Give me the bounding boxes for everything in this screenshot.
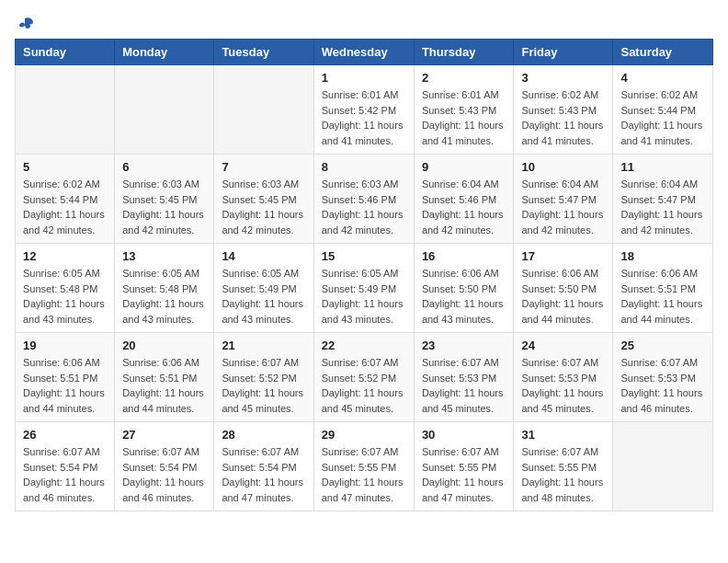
day-info-line: Sunset: 5:51 PM [23, 371, 107, 386]
day-info-line: Sunrise: 6:01 AM [422, 87, 506, 103]
day-number: 22 [322, 339, 406, 352]
calendar-cell: 16Sunrise: 6:06 AMSunset: 5:50 PMDayligh… [414, 244, 514, 333]
day-info-line: Sunset: 5:52 PM [322, 371, 406, 386]
day-info-line: Daylight: 11 hours and 42 minutes. [23, 207, 107, 237]
day-info: Sunrise: 6:05 AMSunset: 5:48 PMDaylight:… [122, 266, 206, 327]
calendar-cell: 18Sunrise: 6:06 AMSunset: 5:51 PMDayligh… [613, 244, 713, 333]
day-number: 7 [222, 160, 305, 174]
calendar-cell: 24Sunrise: 6:07 AMSunset: 5:53 PMDayligh… [514, 333, 613, 422]
day-info-line: Sunrise: 6:03 AM [322, 177, 406, 192]
calendar-cell: 4Sunrise: 6:02 AMSunset: 5:44 PMDaylight… [613, 65, 713, 155]
day-info-line: Sunrise: 6:07 AM [422, 355, 506, 371]
day-info: Sunrise: 6:05 AMSunset: 5:49 PMDaylight:… [222, 266, 305, 327]
day-number: 9 [422, 160, 506, 174]
day-info: Sunrise: 6:03 AMSunset: 5:45 PMDaylight:… [122, 177, 206, 237]
day-number: 5 [23, 160, 107, 174]
day-info: Sunrise: 6:07 AMSunset: 5:54 PMDaylight:… [23, 444, 107, 505]
day-info-line: Daylight: 11 hours and 41 minutes. [620, 118, 705, 148]
day-info: Sunrise: 6:07 AMSunset: 5:53 PMDaylight:… [422, 355, 506, 416]
day-info: Sunrise: 6:06 AMSunset: 5:50 PMDaylight:… [521, 266, 605, 327]
calendar-cell: 25Sunrise: 6:07 AMSunset: 5:53 PMDayligh… [613, 333, 713, 422]
day-number: 10 [521, 160, 605, 174]
calendar-day-header: Wednesday [313, 40, 414, 65]
day-number: 11 [620, 160, 705, 174]
day-info-line: Sunrise: 6:04 AM [422, 177, 506, 192]
day-info-line: Sunrise: 6:07 AM [23, 444, 107, 460]
calendar-cell: 21Sunrise: 6:07 AMSunset: 5:52 PMDayligh… [214, 333, 313, 422]
day-info-line: Sunset: 5:45 PM [122, 192, 206, 208]
calendar-cell: 7Sunrise: 6:03 AMSunset: 5:45 PMDaylight… [214, 155, 313, 244]
day-info-line: Sunset: 5:55 PM [422, 460, 506, 476]
day-info-line: Daylight: 11 hours and 46 minutes. [620, 385, 705, 416]
day-info-line: Sunrise: 6:07 AM [521, 444, 605, 460]
day-number: 17 [521, 249, 605, 263]
day-info-line: Sunrise: 6:06 AM [422, 266, 506, 282]
calendar-cell: 1Sunrise: 6:01 AMSunset: 5:42 PMDaylight… [313, 65, 414, 155]
day-number: 19 [23, 339, 107, 352]
day-info-line: Sunset: 5:49 PM [322, 282, 406, 297]
day-info-line: Sunset: 5:49 PM [222, 282, 305, 297]
day-info-line: Daylight: 11 hours and 45 minutes. [222, 385, 305, 416]
day-info-line: Sunset: 5:53 PM [521, 371, 605, 386]
day-info-line: Sunset: 5:47 PM [620, 192, 705, 208]
calendar-cell: 31Sunrise: 6:07 AMSunset: 5:55 PMDayligh… [514, 422, 613, 511]
calendar-week-row: 1Sunrise: 6:01 AMSunset: 5:42 PMDaylight… [16, 65, 713, 155]
day-info-line: Daylight: 11 hours and 48 minutes. [521, 475, 605, 505]
calendar-day-header: Tuesday [214, 40, 313, 65]
day-info: Sunrise: 6:07 AMSunset: 5:54 PMDaylight:… [222, 444, 305, 505]
calendar-cell [613, 422, 713, 511]
day-info-line: Daylight: 11 hours and 45 minutes. [422, 385, 506, 416]
calendar-cell: 14Sunrise: 6:05 AMSunset: 5:49 PMDayligh… [214, 244, 313, 333]
calendar-cell: 13Sunrise: 6:05 AMSunset: 5:48 PMDayligh… [115, 244, 214, 333]
calendar-week-row: 26Sunrise: 6:07 AMSunset: 5:54 PMDayligh… [16, 422, 713, 511]
day-info: Sunrise: 6:07 AMSunset: 5:55 PMDaylight:… [422, 444, 506, 505]
day-info-line: Sunset: 5:50 PM [521, 282, 605, 297]
day-info-line: Daylight: 11 hours and 43 minutes. [122, 296, 206, 327]
day-info: Sunrise: 6:02 AMSunset: 5:44 PMDaylight:… [620, 87, 705, 148]
day-info: Sunrise: 6:05 AMSunset: 5:48 PMDaylight:… [23, 266, 107, 327]
day-info-line: Sunrise: 6:07 AM [322, 444, 406, 460]
day-info: Sunrise: 6:04 AMSunset: 5:47 PMDaylight:… [620, 177, 705, 237]
calendar-day-header: Sunday [16, 40, 115, 65]
day-info-line: Sunset: 5:52 PM [222, 371, 305, 386]
calendar-cell [16, 65, 115, 155]
day-info-line: Sunrise: 6:06 AM [122, 355, 206, 371]
day-info: Sunrise: 6:04 AMSunset: 5:47 PMDaylight:… [521, 177, 605, 237]
day-number: 2 [422, 71, 506, 85]
day-info-line: Daylight: 11 hours and 44 minutes. [122, 385, 206, 416]
day-info-line: Sunrise: 6:04 AM [620, 177, 705, 192]
day-info-line: Sunrise: 6:02 AM [620, 87, 705, 103]
day-info: Sunrise: 6:07 AMSunset: 5:53 PMDaylight:… [521, 355, 605, 416]
day-info-line: Daylight: 11 hours and 42 minutes. [322, 207, 406, 237]
calendar-header-row: SundayMondayTuesdayWednesdayThursdayFrid… [16, 40, 713, 65]
day-info-line: Daylight: 11 hours and 42 minutes. [620, 207, 705, 237]
day-info-line: Sunset: 5:48 PM [122, 282, 206, 297]
day-info: Sunrise: 6:05 AMSunset: 5:49 PMDaylight:… [322, 266, 406, 327]
day-info-line: Daylight: 11 hours and 42 minutes. [422, 207, 506, 237]
day-info-line: Sunrise: 6:02 AM [521, 87, 605, 103]
calendar-cell: 20Sunrise: 6:06 AMSunset: 5:51 PMDayligh… [115, 333, 214, 422]
day-info-line: Daylight: 11 hours and 42 minutes. [222, 207, 305, 237]
day-info-line: Daylight: 11 hours and 41 minutes. [521, 118, 605, 148]
calendar-table: SundayMondayTuesdayWednesdayThursdayFrid… [15, 39, 713, 511]
day-info-line: Sunset: 5:44 PM [23, 192, 107, 208]
calendar-cell: 19Sunrise: 6:06 AMSunset: 5:51 PMDayligh… [16, 333, 115, 422]
day-info-line: Daylight: 11 hours and 41 minutes. [322, 118, 406, 148]
day-info-line: Sunrise: 6:06 AM [620, 266, 705, 282]
calendar-cell: 5Sunrise: 6:02 AMSunset: 5:44 PMDaylight… [16, 155, 115, 244]
day-info-line: Daylight: 11 hours and 47 minutes. [322, 475, 406, 505]
day-number: 24 [521, 339, 605, 352]
day-info: Sunrise: 6:03 AMSunset: 5:46 PMDaylight:… [322, 177, 406, 237]
day-info: Sunrise: 6:01 AMSunset: 5:43 PMDaylight:… [422, 87, 506, 148]
day-info-line: Sunset: 5:54 PM [222, 460, 305, 476]
calendar-cell: 27Sunrise: 6:07 AMSunset: 5:54 PMDayligh… [115, 422, 214, 511]
calendar-cell: 26Sunrise: 6:07 AMSunset: 5:54 PMDayligh… [16, 422, 115, 511]
day-info-line: Sunset: 5:55 PM [521, 460, 605, 476]
day-info-line: Daylight: 11 hours and 43 minutes. [222, 296, 305, 327]
calendar-cell: 2Sunrise: 6:01 AMSunset: 5:43 PMDaylight… [414, 65, 514, 155]
day-info-line: Sunset: 5:50 PM [422, 282, 506, 297]
day-info: Sunrise: 6:03 AMSunset: 5:45 PMDaylight:… [222, 177, 305, 237]
day-info: Sunrise: 6:06 AMSunset: 5:51 PMDaylight:… [620, 266, 705, 327]
day-info-line: Sunset: 5:45 PM [222, 192, 305, 208]
day-info-line: Sunrise: 6:05 AM [322, 266, 406, 282]
